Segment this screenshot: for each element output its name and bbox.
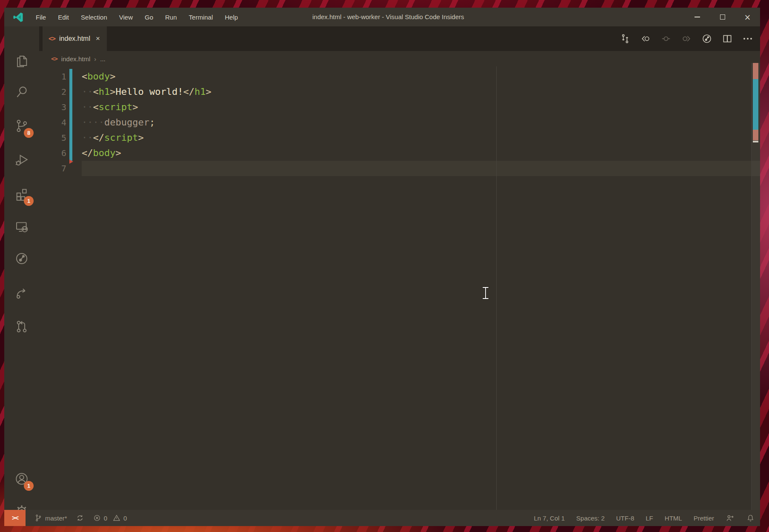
code-line-2[interactable]: ··<h1>Hello world!</h1> <box>82 84 751 100</box>
warnings-icon <box>112 514 121 522</box>
vscode-insiders-logo-icon <box>12 11 24 23</box>
language-mode[interactable]: HTML <box>665 510 682 526</box>
source-control-badge: 8 <box>24 128 34 138</box>
branch-button[interactable]: master* <box>34 510 67 526</box>
tab-close-icon[interactable]: × <box>94 34 100 43</box>
formatter[interactable]: Prettier <box>694 510 714 526</box>
previous-change-icon[interactable] <box>639 32 652 46</box>
html-file-icon: <> <box>49 35 55 43</box>
line-number: 2 <box>39 84 66 100</box>
maximize-icon <box>720 14 725 20</box>
search-icon <box>14 85 29 99</box>
window-title: index.html - web-worker - Visual Studio … <box>312 8 464 26</box>
open-changes-icon[interactable] <box>618 32 632 46</box>
bell-icon <box>746 514 755 523</box>
code-editor[interactable]: 1234567 <body>··<h1>Hello world!</h1>··<… <box>39 66 760 510</box>
breadcrumb: <> index.html › ... <box>39 51 760 66</box>
code-line-5[interactable]: ··</script> <box>82 130 751 145</box>
scrollbar-overview-ruler[interactable] <box>751 63 760 510</box>
sidebar-item-accounts[interactable]: 1 <box>4 464 39 494</box>
warning-count: 0 <box>123 515 127 522</box>
menu-item-edit[interactable]: Edit <box>52 8 75 26</box>
activity-bar: 8 1 1 <box>4 26 39 510</box>
errors-icon <box>93 514 101 522</box>
menu-item-run[interactable]: Run <box>159 8 183 26</box>
gitlens-inspect-icon <box>14 285 29 300</box>
tab-index-html[interactable]: <> index.html × <box>43 26 107 51</box>
explorer-icon <box>14 54 29 68</box>
minimize-icon <box>695 17 700 17</box>
sidebar-item-remote-explorer[interactable] <box>4 212 39 242</box>
breadcrumb-file-icon: <> <box>51 55 57 62</box>
menu-item-file[interactable]: File <box>30 8 52 26</box>
error-count: 0 <box>104 515 107 522</box>
menu-item-view[interactable]: View <box>113 8 139 26</box>
line-number: 1 <box>39 69 66 84</box>
line-number: 7 <box>39 161 66 176</box>
sync-button[interactable] <box>76 510 84 526</box>
remote-indicator[interactable]: >< <box>4 510 26 526</box>
overview-decoration-change-pink-top <box>753 63 758 79</box>
minimize-button[interactable] <box>685 8 710 26</box>
overview-decoration-cursor-line-marker <box>753 141 758 142</box>
close-button[interactable]: × <box>735 8 760 26</box>
sidebar-item-source-control[interactable]: 8 <box>4 111 39 141</box>
remote-icon: >< <box>12 514 18 522</box>
status-bar-left: >< master* 0 0 <box>4 510 127 526</box>
maximize-button[interactable] <box>710 8 735 26</box>
close-icon: × <box>744 13 751 21</box>
code-line-6[interactable]: </body> <box>82 145 751 161</box>
feedback-icon <box>726 514 735 523</box>
gitlens-file-history-icon[interactable] <box>700 32 713 46</box>
overview-decoration-change-teal <box>753 79 758 130</box>
status-bar-right: Ln 7, Col 1 Spaces: 2 UTF-8 LF HTML Pret… <box>534 510 755 526</box>
overview-decoration-change-pink-bottom <box>753 130 758 140</box>
more-actions-icon[interactable] <box>741 32 754 46</box>
problems-button[interactable]: 0 0 <box>93 510 127 526</box>
line-number: 3 <box>39 100 66 115</box>
git-branch-icon <box>34 514 43 522</box>
gutter-deleted-marker <box>69 159 73 164</box>
menu-item-help[interactable]: Help <box>219 8 244 26</box>
sync-icon <box>76 514 84 522</box>
next-change-icon[interactable] <box>680 32 693 46</box>
line-number: 5 <box>39 130 66 145</box>
menu-item-terminal[interactable]: Terminal <box>183 8 219 26</box>
line-number: 4 <box>39 115 66 130</box>
window-controls: × <box>685 8 760 26</box>
extensions-badge: 1 <box>24 196 34 206</box>
status-bar: >< master* 0 0 Ln 7, Col 1 Spaces <box>4 510 760 526</box>
sidebar-item-run-debug[interactable] <box>4 145 39 175</box>
line-number: 6 <box>39 145 66 161</box>
gitlens-icon <box>14 251 29 266</box>
sidebar-item-extensions[interactable]: 1 <box>4 179 39 209</box>
breadcrumb-ellipsis[interactable]: ... <box>100 55 106 63</box>
menu-item-go[interactable]: Go <box>139 8 159 26</box>
gutter-change-bar <box>69 69 72 161</box>
sidebar-item-gitlens-inspect[interactable] <box>4 277 39 308</box>
eol-sequence[interactable]: LF <box>646 510 653 526</box>
run-debug-icon <box>14 153 29 167</box>
menu-bar: FileEditSelectionViewGoRunTerminalHelp <box>30 8 244 26</box>
sidebar-item-explorer[interactable] <box>4 46 39 77</box>
menu-item-selection[interactable]: Selection <box>75 8 113 26</box>
editor-actions <box>618 26 754 51</box>
feedback-button[interactable] <box>726 510 735 526</box>
code-line-1[interactable]: <body> <box>82 69 751 84</box>
sidebar-item-search[interactable] <box>4 77 39 107</box>
code-line-3[interactable]: ··<script> <box>82 100 751 115</box>
indentation[interactable]: Spaces: 2 <box>576 510 605 526</box>
cursor-position[interactable]: Ln 7, Col 1 <box>534 510 565 526</box>
branch-name: master* <box>45 515 67 522</box>
notifications-button[interactable] <box>746 510 755 526</box>
encoding[interactable]: UTF-8 <box>616 510 635 526</box>
accounts-badge: 1 <box>24 481 34 491</box>
sidebar-item-gitlens[interactable] <box>4 243 39 274</box>
gutter-change-icon[interactable] <box>659 32 672 46</box>
breadcrumb-item-file[interactable]: index.html <box>61 55 90 63</box>
sidebar-item-github-pull-requests[interactable] <box>4 311 39 342</box>
code-line-7[interactable] <box>82 161 751 176</box>
code-line-4[interactable]: ····debugger; <box>82 115 751 130</box>
split-editor-icon[interactable] <box>720 32 734 46</box>
desktop-wallpaper: FileEditSelectionViewGoRunTerminalHelp i… <box>0 0 769 532</box>
